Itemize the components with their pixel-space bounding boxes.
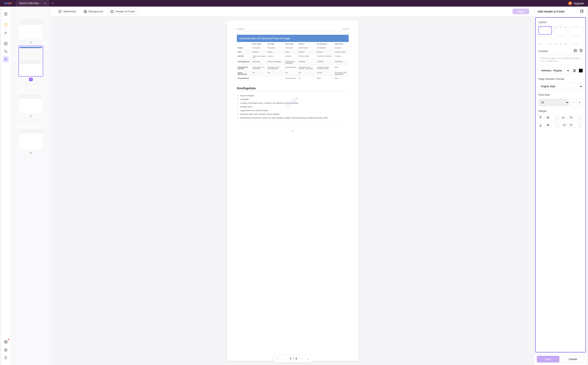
page-tools-tool[interactable] [2,56,9,63]
svg-rect-8 [111,10,113,13]
comment-tool[interactable] [2,21,9,28]
page-format-select[interactable]: English Style [539,83,583,90]
app-logo: UPDF [2,2,14,5]
svg-rect-1 [4,42,5,45]
tab-title: World of Microbes [19,2,39,5]
header-footer-tab[interactable]: Header & Footer [108,8,137,15]
current-page-input[interactable] [288,357,293,360]
spin-down[interactable]: ▼ [579,125,582,127]
chapter-label: Chapter 3 [237,28,245,30]
close-tab-icon[interactable]: ✕ [44,2,46,5]
content-textarea[interactable]: Finish by return (↵); new line by option… [539,55,583,65]
thumb-num: 6 [30,151,32,154]
font-select[interactable]: Helvetica - Regular [539,67,570,74]
insert-page-icon[interactable] [579,49,583,53]
list-item: Have two flagella [237,94,349,98]
list-item: Contains chlorophyll a and c, carotene, … [237,101,349,105]
margin-right-icon [562,123,566,127]
layout-option-6[interactable] [569,37,583,45]
document-page: Chapter 3 ALGAE Characteristics Of Selec… [227,21,359,361]
add-tab-button[interactable]: + [52,1,54,5]
decrease-size-button[interactable]: − [571,99,577,106]
section-title: Dinoflagellata [237,87,349,91]
thumb-num: 4 [29,78,33,81]
page-thumbnail-4[interactable] [19,46,43,77]
page-thumbnail-3[interactable] [19,9,43,40]
layers-button[interactable] [2,346,9,353]
edit-tool[interactable] [2,29,9,36]
list-item: Unicellular [237,98,349,101]
spin-down[interactable]: ▼ [556,125,559,127]
table-title: Characteristics Of Selected Phyla Of Alg… [237,35,349,42]
prev-page-button[interactable] [281,356,286,361]
svg-rect-6 [59,10,61,13]
crop-tool[interactable] [2,48,9,55]
total-pages: 6 [296,357,297,360]
next-page-button[interactable] [300,356,305,361]
user-avatar[interactable]: U [568,1,572,5]
list-item: Symbiosis with marine animals such as sh… [237,112,349,116]
margin-bottom-input[interactable] [547,124,556,126]
page-format-label: Page Number Format [539,77,583,80]
spin-down[interactable]: ▼ [579,118,582,119]
layout-label: Layout [539,21,583,24]
upgrade-link[interactable]: Upgrade [574,2,584,5]
margin-left-icon [562,116,566,120]
svg-point-4 [5,59,6,60]
organize-tool[interactable] [2,40,9,47]
thumb-num: 5 [30,115,32,118]
apply-button[interactable]: Apply [513,9,529,14]
list-item: Large blooms can cause red tides [237,109,349,112]
topic-label: ALGAE [342,28,349,30]
bookmark-button[interactable] [2,354,9,361]
spin-up[interactable]: ▲ [556,123,559,125]
thumbnail-panel: 3 4 5 6 [10,7,51,365]
first-page-button[interactable] [275,356,280,361]
page-thumbnail-5[interactable] [19,83,43,113]
margin-right-input[interactable] [570,124,579,126]
page-navigator: / 6 [274,355,312,363]
margin-label: Margin [539,109,583,112]
page-input-group: / 6 [287,357,299,361]
gift-button[interactable] [2,339,9,345]
last-page-button[interactable] [306,356,310,361]
divider [4,19,8,20]
page-number: 4 [237,127,349,132]
background-tab[interactable]: Background [82,9,105,14]
cancel-button[interactable]: Cancel [561,356,585,363]
list-item: Storage starch [237,105,349,109]
spin-up[interactable]: ▲ [556,116,559,118]
divider [4,38,8,38]
layout-option-5[interactable] [554,37,567,45]
spin-down[interactable]: ▼ [556,118,559,119]
spin-up[interactable]: ▲ [579,116,582,118]
layout-option-2[interactable] [554,26,567,35]
font-size-select[interactable]: 10 [539,99,569,106]
reader-tool[interactable] [2,11,9,17]
svg-rect-3 [5,58,7,61]
layout-option-4[interactable] [539,37,552,45]
margin-top-icon [539,116,543,120]
underline-button[interactable]: U [572,68,577,73]
panel-title: Add Header & Footer [538,10,565,13]
layout-option-1[interactable] [539,26,552,35]
thumb-num: 3 [30,41,32,44]
document-tab[interactable]: World of Microbes ✕ [16,0,49,7]
margin-top-input[interactable] [547,116,556,119]
margin-left-input[interactable] [570,116,579,119]
content-label: Content [539,49,548,53]
margin-bottom-icon [539,123,543,127]
watermark-tab[interactable]: Watermark [56,9,78,14]
spin-up[interactable]: ▲ [579,123,582,125]
page-thumbnail-6[interactable] [19,119,43,150]
svg-rect-9 [581,10,583,12]
font-size-label: Font Size [539,93,583,96]
bullet-list: Have two flagellaUnicellularContains chl… [237,94,349,120]
layout-option-3[interactable] [569,26,583,35]
save-button[interactable]: Save [537,356,560,363]
expand-panel-icon[interactable] [580,9,583,13]
color-picker[interactable] [579,69,583,72]
increase-size-button[interactable]: + [577,99,582,106]
insert-date-icon[interactable] [574,49,577,53]
svg-rect-10 [574,50,576,52]
